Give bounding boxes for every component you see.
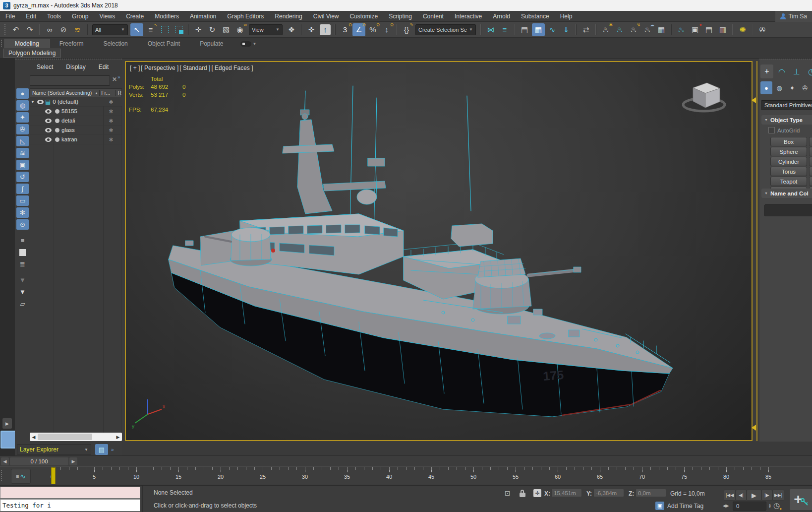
explorer-row-0-default[interactable]: ▼▤0 (default)✻ <box>30 97 122 107</box>
expand-icon[interactable]: ▼ <box>30 100 36 104</box>
select-by-name-icon[interactable]: ≡↖ <box>144 23 157 36</box>
ribbon-tab-modeling[interactable]: Modeling <box>4 39 50 48</box>
create-lights[interactable]: ✦ <box>786 81 798 94</box>
visibility-eye-icon[interactable] <box>45 109 52 114</box>
menu-edit[interactable]: Edit <box>20 13 42 20</box>
dock-swatch[interactable] <box>0 431 16 448</box>
ref-coord-dropdown[interactable]: View▼ <box>249 24 283 35</box>
snaps-toggle-icon[interactable]: 3Ω <box>339 23 351 36</box>
trackbar-range[interactable]: 0 / 100 <box>10 457 68 465</box>
frozen-cell-icon[interactable]: ✻ <box>103 99 119 105</box>
set-key-button[interactable]: + <box>789 489 812 511</box>
camera-icon[interactable]: ✇ <box>756 23 769 36</box>
dope-sheet-icon[interactable]: ⇓ <box>560 23 573 36</box>
maxscript-mini-listener[interactable]: Testing for i <box>0 499 140 512</box>
column-frozen[interactable]: Fr... <box>99 90 116 96</box>
redo-icon[interactable]: ↷ <box>23 23 36 36</box>
overflow-chevron-icon[interactable]: » <box>111 447 114 452</box>
scroll-right-icon[interactable]: ▶ <box>114 435 122 440</box>
explorer-row-glass[interactable]: glass✻ <box>30 126 122 135</box>
time-configuration-icon[interactable]: ◷● <box>773 501 780 510</box>
ribbon-tab-object-paint[interactable]: Object Paint <box>138 39 190 48</box>
select-link-icon[interactable]: ∞ <box>43 23 56 36</box>
list-view-icon[interactable]: ≡ <box>16 235 29 246</box>
menu-create[interactable]: Create <box>120 13 149 20</box>
render-setup-icon[interactable]: ♨ <box>613 23 626 36</box>
menu-tools[interactable]: Tools <box>42 13 66 20</box>
frozen-cell-icon[interactable]: ✻ <box>103 128 119 133</box>
menu-content[interactable]: Content <box>417 13 449 20</box>
y-coordinate-field[interactable]: -6,384m <box>593 489 624 497</box>
primitive-button-clipped[interactable] <box>809 157 812 166</box>
explorer-row-58155[interactable]: 58155✻ <box>30 107 122 116</box>
timeline-ruler[interactable]: ≡∿ 0510152025303540455055606570758085 <box>0 466 812 485</box>
menu-scripting[interactable]: Scripting <box>383 13 417 20</box>
visibility-eye-icon[interactable] <box>45 137 52 142</box>
mirror-icon[interactable]: ⋈ <box>484 23 497 36</box>
notes-view-icon[interactable]: ≣ <box>16 259 29 269</box>
display-geometry-icon[interactable]: ● <box>16 88 29 99</box>
ribbon-tab-populate[interactable]: Populate <box>190 39 233 48</box>
swatch-icon[interactable] <box>16 247 29 257</box>
primitive-button-teapot[interactable]: Teapot <box>770 177 807 186</box>
selection-set-dropdown[interactable]: Create Selection Se▼ <box>415 24 476 35</box>
object-name-input[interactable] <box>764 204 812 216</box>
named-selection-sets-icon[interactable]: {}✎ <box>400 23 413 36</box>
create-cameras[interactable]: ✇ <box>799 81 811 94</box>
percent-snap-icon[interactable]: %Ω <box>366 23 379 36</box>
tab-create[interactable]: + <box>760 64 773 78</box>
frame-spinner[interactable]: ▲▼ <box>767 502 772 511</box>
explorer-search-input[interactable] <box>30 75 110 86</box>
polygon-modeling-panel[interactable]: Polygon Modeling <box>3 49 61 58</box>
trackbar-right-icon[interactable]: ▶ <box>69 457 77 465</box>
display-spacewarps-icon[interactable]: ≋ <box>16 148 29 158</box>
display-lights-icon[interactable]: ✦ <box>16 112 29 123</box>
primitive-button-clipped[interactable] <box>809 177 812 186</box>
toolbar-grip[interactable] <box>4 23 6 36</box>
explorer-column-header[interactable]: Name (Sorted Ascending) ▲ Fr... R <box>30 88 122 97</box>
menu-substance[interactable]: Substance <box>516 13 555 20</box>
create-geometry[interactable]: ● <box>760 81 772 94</box>
visibility-eye-icon[interactable] <box>45 128 52 132</box>
undo-icon[interactable]: ↶ <box>9 23 22 36</box>
scroll-thumb[interactable] <box>38 434 92 440</box>
spinner-snap-icon[interactable]: ↕Ω <box>380 23 393 36</box>
primitive-button-clipped[interactable] <box>809 167 812 176</box>
user-account[interactable]: Tim Sa <box>775 11 812 22</box>
select-rotate-icon[interactable]: ↻ <box>206 23 219 36</box>
play-button[interactable]: ▶ <box>747 490 761 501</box>
material-teapot-icon[interactable]: ♨ <box>675 23 688 36</box>
unlink-icon[interactable]: ⊘ <box>57 23 70 36</box>
primitive-button-box[interactable]: Box <box>770 137 807 146</box>
viewport-label-pom[interactable]: [ + ] <box>130 64 140 71</box>
selection-filter-dropdown[interactable]: All▼ <box>92 24 128 35</box>
curve-editor-icon[interactable]: ∿ <box>546 23 559 36</box>
visibility-eye-icon[interactable] <box>37 100 44 104</box>
expand-panel-button[interactable]: ▶ <box>2 418 12 429</box>
absolute-mode-icon[interactable]: ✛ <box>533 489 541 498</box>
menu-views[interactable]: Views <box>94 13 120 20</box>
go-to-end-button[interactable]: ▶▶| <box>772 490 784 501</box>
menu-group[interactable]: Group <box>66 13 94 20</box>
pivot-center-icon[interactable]: ❖ <box>285 23 298 36</box>
perspective-viewport[interactable]: 175 [ + ][ Perspective ][ Standard ][ Ed… <box>125 61 753 441</box>
menu-arnold[interactable]: Arnold <box>487 13 516 20</box>
go-to-start-button[interactable]: |◀◀ <box>724 490 736 501</box>
next-frame-button[interactable]: |▶ <box>761 490 772 501</box>
x-coordinate-field[interactable]: 15,451m <box>551 489 582 497</box>
z-coordinate-field[interactable]: 0,0m <box>636 489 666 497</box>
select-place-icon[interactable]: ◉∞ <box>233 23 246 36</box>
display-hidden-icon[interactable]: ⊙ <box>16 219 29 230</box>
window-crossing-icon[interactable] <box>172 23 185 36</box>
create-shapes[interactable]: ◍ <box>773 81 785 94</box>
key-mode-toggle[interactable]: ◀▶ <box>723 504 729 508</box>
column-r[interactable]: R <box>116 90 121 96</box>
visibility-eye-icon[interactable] <box>45 119 52 123</box>
light-icon[interactable]: ✺ <box>736 23 749 36</box>
viewport-label-style[interactable]: [ Edged Faces ] <box>211 64 253 71</box>
menu-help[interactable]: Help <box>555 13 578 20</box>
scroll-left-icon[interactable]: ◀ <box>30 435 38 440</box>
panel-splitter-handle[interactable] <box>752 425 756 431</box>
rect-selection-icon[interactable] <box>158 23 171 36</box>
filter-funnel-icon[interactable]: ▼ <box>16 287 29 297</box>
